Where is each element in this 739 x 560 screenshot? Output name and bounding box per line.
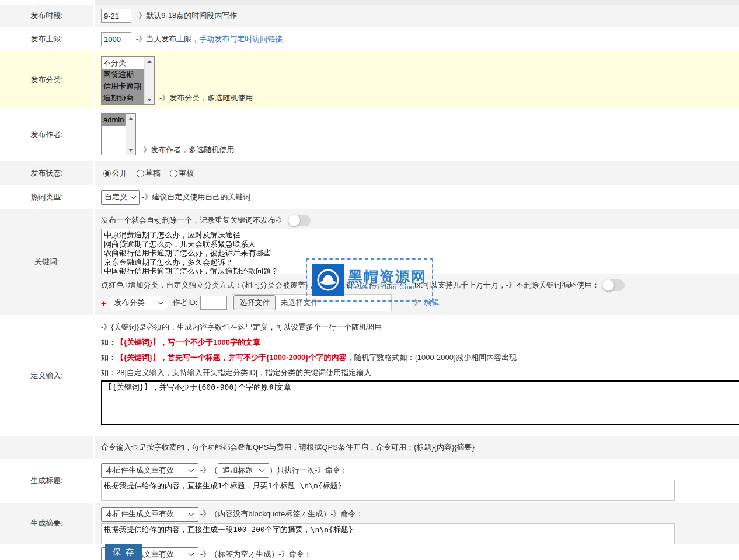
- row-hotword-type: 热词类型: 自定义 -》建议自定义使用自己的关键词: [0, 186, 739, 209]
- generate-digest-textarea[interactable]: 根据我提供给你的内容，直接生成一段100-200个字的摘要，\n\n{标题}: [101, 523, 675, 544]
- row-command-note: 命令输入也是按字收费的，每个功能都会叠加QPS与费用，请根据QPS条件开启，命令…: [0, 436, 739, 459]
- radio-public[interactable]: 公开: [103, 168, 127, 178]
- radio-label: 草稿: [145, 168, 161, 178]
- select-value: 追加标题: [222, 465, 253, 475]
- command-note-label: [0, 436, 95, 459]
- generate-title-label: 生成标题:: [0, 459, 95, 503]
- example-red-text: 【{关键词}】，写一个不少于1000字的文章: [116, 338, 260, 346]
- radio-icon: [170, 170, 177, 177]
- title-mid-text: -》（: [200, 465, 218, 475]
- row-define-input: 定义输入: -》{关键词}是必须的，生成内容字数也在这里定义，可以设置多个一行一…: [0, 315, 739, 436]
- publish-author-label: 发布作者:: [0, 108, 95, 161]
- chevron-down-icon: [189, 551, 194, 556]
- hotword-type-desc: -》建议自定义使用自己的关键词: [142, 192, 250, 202]
- author-option[interactable]: admin: [102, 114, 126, 126]
- row-publish-author: 发布作者: admin -》发布作者，多选随机使用: [0, 108, 739, 161]
- select-value: 发布分类: [114, 298, 145, 308]
- keyword-category-select[interactable]: 发布分类: [110, 296, 168, 310]
- choose-file-button[interactable]: 选择文件: [233, 295, 276, 310]
- radio-label: 公开: [112, 168, 127, 178]
- scroll-up-icon[interactable]: [126, 114, 136, 123]
- category-option[interactable]: 信用卡逾期: [102, 80, 144, 92]
- row-publish-time: 发布时段: -》默认9-18点的时间段内写作: [0, 5, 739, 27]
- scroll-down-icon[interactable]: [145, 95, 155, 104]
- publish-category-listbox[interactable]: 不分类 网贷逾期 信用卡逾期 逾期协商: [101, 56, 155, 105]
- radio-icon: [137, 170, 144, 177]
- top-strip: [0, 0, 739, 5]
- digest-suffix-text: -》（内容没有blockquote标签才生成）-》命令：: [200, 509, 364, 519]
- save-button[interactable]: 保 存: [105, 544, 142, 560]
- publish-limit-desc: -》当天发布上限，: [136, 34, 199, 44]
- watermark-box: 黑帽资源网 HeiMaoZiYuan.Com: [306, 258, 433, 302]
- chevron-down-icon: [189, 510, 194, 516]
- row-publish-category: 发布分类: 不分类 网贷逾期 信用卡逾期 逾期协商 -》发布分类，多选随机使用: [0, 51, 739, 108]
- manual-publish-link[interactable]: 手动发布与定时访问链接: [199, 34, 283, 44]
- plugin-settings-page: 发布时段: -》默认9-18点的时间段内写作 发布上限: -》当天发布上限， 手…: [0, 0, 739, 560]
- watermark-title: 黑帽资源网: [348, 270, 427, 284]
- define-example-3: 如：28|自定义输入，支持输入开头指定分类ID|，指定分类的关键词使用指定输入: [101, 365, 739, 380]
- top-strip-right: [95, 0, 739, 5]
- generate-digest-label: 生成摘要:: [0, 503, 95, 544]
- auto-delete-text: 发布一个就会自动删除一个，记录重复关键词不发布-》: [101, 215, 285, 226]
- publish-time-desc: -》默认9-18点的时间段内写作: [136, 10, 237, 21]
- hat-logo-icon: [312, 264, 344, 296]
- generate-title-textarea[interactable]: 根据我提供给你的内容，直接生成1个标题，只要1个标题 \n\n{标题}: [101, 480, 675, 501]
- category-option[interactable]: 逾期协商: [102, 92, 144, 104]
- generate-tag-label: [0, 544, 95, 560]
- toggle-knob-icon: [602, 279, 614, 291]
- category-option[interactable]: 网贷逾期: [102, 69, 144, 80]
- define-hint-1: -》{关键词}是必须的，生成内容字数也在这里定义，可以设置多个一行一个随机调用: [101, 320, 739, 335]
- toggle-knob-icon: [288, 215, 300, 226]
- title-append-select[interactable]: 追加标题: [218, 463, 269, 478]
- radio-review[interactable]: 审核: [170, 168, 194, 178]
- listbox-scrollbar[interactable]: [126, 114, 135, 155]
- define-input-textarea[interactable]: 【{关键词}】，并写不少于{600-900}个字的原创文章: [101, 380, 739, 425]
- digest-mode-select[interactable]: 本插件生成文章有效: [101, 507, 198, 522]
- top-strip-left: [0, 0, 95, 5]
- hotword-type-label: 热词类型:: [0, 186, 95, 209]
- select-value: 本插件生成文章有效: [106, 465, 174, 475]
- define-example-2: 如：【{关键词}】，首先写一个标题，并写不少于{1000-2000}个字的内容，…: [101, 350, 739, 365]
- row-generate-title: 生成标题: 本插件生成文章有效 -》（ 追加标题 ）只执行一次-》命令： 根据我…: [0, 459, 739, 503]
- publish-category-label: 发布分类:: [0, 51, 95, 108]
- listbox-scrollbar[interactable]: [144, 57, 154, 104]
- category-option[interactable]: 不分类: [102, 57, 144, 69]
- scroll-down-icon[interactable]: [126, 145, 136, 155]
- define-input-label: 定义输入:: [0, 315, 95, 436]
- chevron-down-icon: [158, 299, 163, 305]
- publish-author-desc: -》发布作者，多选随机使用: [141, 145, 234, 161]
- chevron-down-icon: [189, 467, 194, 473]
- example-red-text: 【{关键词}】，首先写一个标题，并写不少于{1000-2000}个字的内容: [116, 353, 346, 362]
- auto-delete-toggle[interactable]: [288, 215, 311, 226]
- define-example-1: 如：【{关键词}】，写一个不少于1000字的文章: [101, 335, 739, 350]
- command-note-text: 命令输入也是按字收费的，每个功能都会叠加QPS与费用，请根据QPS条件开启，命令…: [101, 442, 475, 453]
- select-value: 自定义: [104, 192, 127, 202]
- hotword-type-select[interactable]: 自定义: [101, 190, 140, 205]
- publish-limit-input[interactable]: [101, 32, 131, 46]
- publish-status-label: 发布状态:: [0, 161, 95, 186]
- chevron-down-icon: [259, 467, 265, 473]
- radio-checked-icon: [103, 170, 111, 177]
- publish-time-label: 发布时段:: [0, 5, 95, 27]
- radio-label: 审核: [179, 168, 194, 178]
- row-publish-status: 发布状态: 公开 草稿 审核: [0, 161, 739, 186]
- keep-keywords-toggle[interactable]: [602, 279, 625, 291]
- radio-draft[interactable]: 草稿: [137, 168, 161, 178]
- publish-category-desc: -》发布分类，多选随机使用: [159, 93, 253, 108]
- row-publish-limit: 发布上限: -》当天发布上限， 手动发布与定时访问链接: [0, 27, 739, 51]
- tag-suffix-text: -》（标签为空才生成）-》命令：: [200, 549, 312, 559]
- scroll-up-icon[interactable]: [145, 57, 155, 66]
- chevron-down-icon: [131, 194, 137, 200]
- publish-limit-label: 发布上限:: [0, 27, 95, 51]
- keywords-label: 关键词:: [0, 209, 95, 315]
- select-value: 本插件生成文章有效: [106, 509, 174, 519]
- title-mode-select[interactable]: 本插件生成文章有效: [101, 463, 198, 478]
- add-category-button[interactable]: +: [101, 298, 106, 308]
- author-id-input[interactable]: [200, 296, 227, 310]
- publish-time-input[interactable]: [101, 9, 131, 23]
- row-generate-digest: 生成摘要: 本插件生成文章有效 -》（内容没有blockquote标签才生成）-…: [0, 503, 739, 544]
- author-id-label: 作者ID:: [173, 298, 198, 308]
- publish-author-listbox[interactable]: admin: [101, 113, 136, 155]
- title-suffix-text: ）只执行一次-》命令：: [269, 465, 347, 475]
